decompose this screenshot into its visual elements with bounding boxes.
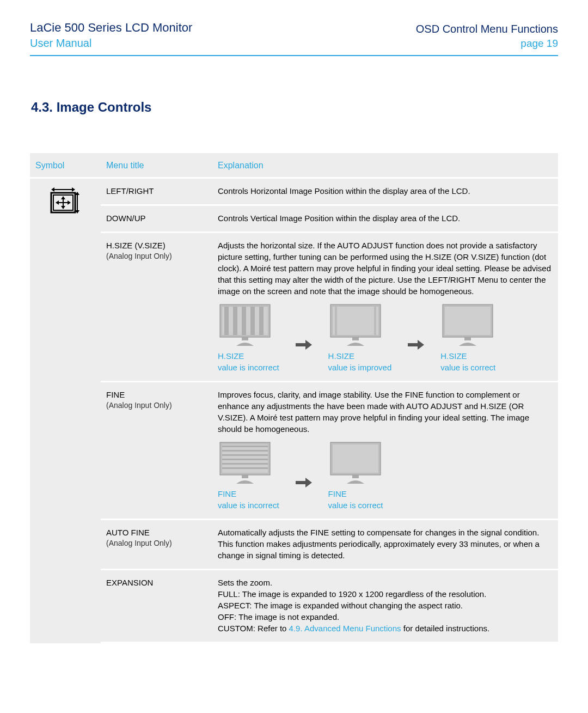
svg-marker-4: [56, 200, 59, 205]
svg-rect-37: [222, 450, 268, 452]
header-left: LaCie 500 Series LCD Monitor User Manual: [30, 21, 192, 50]
diagram-item: H.SIZE value is improved: [328, 303, 392, 373]
svg-rect-17: [233, 307, 237, 335]
caption-sub: value is improved: [328, 362, 392, 373]
svg-rect-29: [408, 343, 418, 346]
chapter-title: OSD Control Menu Functions: [416, 23, 558, 35]
svg-rect-20: [259, 307, 264, 335]
explanation-text: Adjusts the horizontal size. If the AUTO…: [218, 240, 553, 297]
fine-diagram: FINE value is incorrect: [218, 441, 553, 511]
menu-title: LEFT/RIGHT: [106, 186, 154, 196]
controls-table: Symbol Menu title Explanation: [30, 153, 558, 643]
page-header: LaCie 500 Series LCD Monitor User Manual…: [30, 21, 558, 56]
table-row: AUTO FINE (Analog Input Only) Automatica…: [30, 520, 558, 570]
image-controls-icon: [49, 187, 82, 217]
menu-title: H.SIZE (V.SIZE): [106, 241, 166, 250]
product-title: LaCie 500 Series LCD Monitor: [30, 21, 192, 35]
explanation-cell: Automatically adjusts the FINE setting t…: [212, 520, 558, 570]
monitor-correct-icon: [440, 303, 495, 347]
svg-rect-22: [296, 343, 305, 346]
caption-sub: value is incorrect: [218, 499, 279, 511]
svg-rect-46: [333, 444, 378, 473]
svg-rect-25: [333, 307, 378, 335]
table-row: FINE (Analog Input Only) Improves focus,…: [30, 382, 558, 520]
menu-title-cell: DOWN/UP: [101, 205, 212, 233]
menu-title: AUTO FINE: [106, 528, 150, 537]
svg-marker-23: [305, 340, 312, 350]
table-header-row: Symbol Menu title Explanation: [30, 153, 558, 178]
diagram-item: H.SIZE value is correct: [440, 303, 495, 373]
hsize-diagram: H.SIZE value is incorrect: [218, 303, 553, 373]
svg-rect-41: [222, 467, 268, 469]
diagram-item: FINE value is correct: [328, 441, 383, 511]
monitor-incorrect-icon: [218, 303, 272, 347]
table-row: LEFT/RIGHT Controls Horizontal Image Pos…: [30, 178, 558, 205]
svg-rect-32: [445, 307, 491, 335]
svg-marker-7: [61, 206, 65, 209]
page-number: page 19: [416, 38, 558, 50]
menu-subtitle: (Analog Input Only): [106, 400, 207, 411]
menu-subtitle: (Analog Input Only): [106, 538, 207, 549]
col-header-explanation: Explanation: [212, 153, 558, 178]
explanation-cell: Controls Vertical Image Position within …: [212, 205, 558, 233]
caption-title: H.SIZE: [440, 350, 467, 362]
caption-title: FINE: [328, 488, 347, 499]
explanation-cell: Controls Horizontal Image Position withi…: [212, 178, 558, 205]
cross-reference-link[interactable]: 4.9. Advanced Menu Functions: [289, 624, 401, 633]
svg-rect-33: [464, 337, 471, 340]
menu-title: FINE: [106, 390, 125, 399]
svg-marker-13: [51, 187, 54, 192]
svg-rect-16: [224, 307, 229, 335]
svg-rect-21: [242, 337, 248, 340]
svg-marker-6: [61, 196, 65, 199]
monitor-fine-incorrect-icon: [218, 441, 272, 485]
exp-line5: CUSTOM: Refer to 4.9. Advanced Menu Func…: [218, 623, 553, 634]
menu-title-cell: AUTO FINE (Analog Input Only): [101, 520, 212, 570]
arrow-right-icon: [408, 340, 424, 350]
svg-marker-12: [72, 187, 75, 192]
arrow-right-icon: [296, 478, 312, 487]
svg-rect-39: [222, 459, 268, 460]
explanation-cell: Sets the zoom. FULL: The image is expand…: [212, 570, 558, 643]
svg-rect-38: [222, 454, 268, 456]
col-header-symbol: Symbol: [30, 153, 101, 178]
svg-rect-19: [250, 307, 255, 335]
monitor-fine-correct-icon: [328, 441, 383, 485]
exp-line5-post: for detailed instructions.: [401, 624, 490, 633]
menu-subtitle: (Analog Input Only): [106, 251, 207, 262]
caption-title: FINE: [218, 488, 236, 499]
arrow-right-icon: [296, 340, 312, 350]
caption-sub: value is incorrect: [218, 362, 279, 373]
caption-sub: value is correct: [440, 362, 495, 373]
diagram-item: FINE value is incorrect: [218, 441, 279, 511]
exp-line2: FULL: The image is expanded to 1920 x 12…: [218, 588, 553, 600]
menu-title-cell: H.SIZE (V.SIZE) (Analog Input Only): [101, 233, 212, 382]
caption-title: H.SIZE: [328, 350, 354, 362]
svg-rect-47: [352, 475, 359, 478]
caption-sub: value is correct: [328, 499, 383, 511]
manual-page: LaCie 500 Series LCD Monitor User Manual…: [0, 0, 588, 676]
svg-rect-36: [222, 446, 268, 447]
svg-rect-18: [242, 307, 246, 335]
table-row: EXPANSION Sets the zoom. FULL: The image…: [30, 570, 558, 643]
exp-line3: ASPECT: The image is expanded without ch…: [218, 600, 553, 611]
svg-marker-30: [418, 340, 424, 350]
menu-title-cell: LEFT/RIGHT: [101, 178, 212, 205]
svg-rect-40: [222, 463, 268, 465]
svg-marker-44: [305, 478, 312, 487]
symbol-cell: [30, 178, 101, 643]
svg-rect-27: [374, 307, 376, 335]
explanation-text: Improves focus, clarity, and image stabi…: [218, 389, 553, 435]
explanation-cell: Improves focus, clarity, and image stabi…: [212, 382, 558, 520]
monitor-improved-icon: [328, 303, 383, 347]
svg-rect-28: [352, 337, 359, 340]
col-header-menu: Menu title: [101, 153, 212, 178]
diagram-item: H.SIZE value is incorrect: [218, 303, 279, 373]
menu-title: EXPANSION: [106, 578, 153, 587]
exp-line4: OFF: The image is not expanded.: [218, 611, 553, 623]
header-right: OSD Control Menu Functions page 19: [416, 23, 558, 50]
svg-rect-43: [296, 481, 305, 484]
section-heading: 4.3. Image Controls: [31, 100, 558, 115]
menu-title: DOWN/UP: [106, 214, 146, 223]
menu-title-cell: FINE (Analog Input Only): [101, 382, 212, 520]
